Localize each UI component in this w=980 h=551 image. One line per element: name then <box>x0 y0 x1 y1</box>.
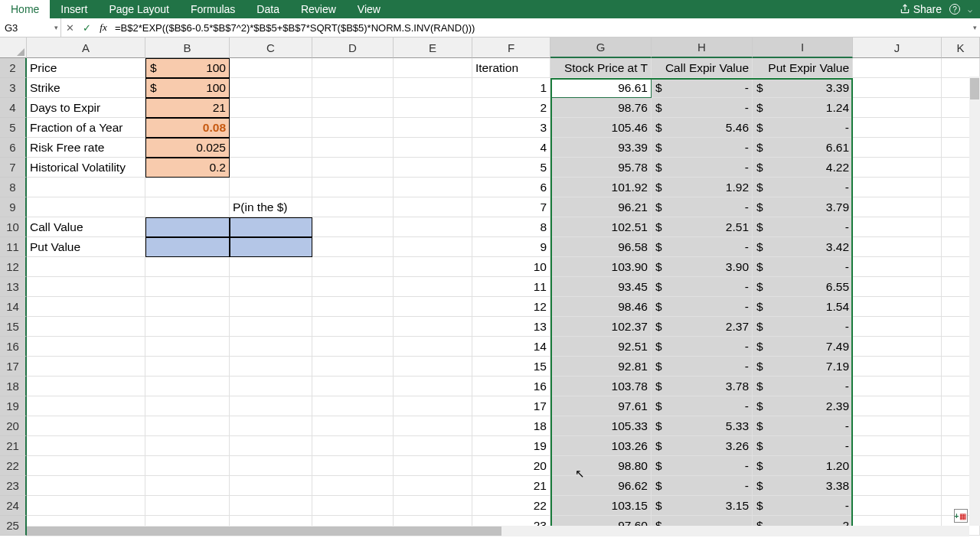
column-header-A[interactable]: A <box>27 37 145 58</box>
column-header-F[interactable]: F <box>472 37 550 58</box>
cell-A8[interactable] <box>27 178 145 197</box>
cell-J24[interactable] <box>853 496 942 516</box>
cell-A9[interactable] <box>27 197 145 217</box>
cell-B12[interactable] <box>145 257 230 277</box>
call-value-7[interactable]: $- <box>652 197 753 217</box>
call-value-21[interactable]: $- <box>652 476 753 496</box>
param-value-fraction-of-a-year[interactable]: 0.08 <box>145 118 230 138</box>
cell-A19[interactable] <box>27 396 145 416</box>
result-call-value[interactable] <box>145 217 230 237</box>
ribbon-tab-view[interactable]: View <box>347 0 391 18</box>
column-header-J[interactable]: J <box>853 37 942 58</box>
cell-C22[interactable] <box>230 456 312 476</box>
cell-E2[interactable] <box>394 58 472 78</box>
cell-C8[interactable] <box>230 178 312 197</box>
cell-J10[interactable] <box>853 217 942 237</box>
call-value-10[interactable]: $3.90 <box>652 257 753 277</box>
cell-J15[interactable] <box>853 317 942 337</box>
cell-J12[interactable] <box>853 257 942 277</box>
cell-E12[interactable] <box>394 257 472 277</box>
cell-B15[interactable] <box>145 317 230 337</box>
cell-C15[interactable] <box>230 317 312 337</box>
stock-price-2[interactable]: 98.76 <box>550 98 652 118</box>
column-header-C[interactable]: C <box>230 37 312 58</box>
ribbon-tab-review[interactable]: Review <box>290 0 347 18</box>
put-value-3[interactable]: $- <box>753 118 853 138</box>
cell-A13[interactable] <box>27 277 145 297</box>
cell-J7[interactable] <box>853 158 942 178</box>
cell-D5[interactable] <box>312 118 394 138</box>
cell-C21[interactable] <box>230 436 312 456</box>
ribbon-tab-home[interactable]: Home <box>0 0 50 18</box>
cell-E3[interactable] <box>394 78 472 98</box>
cell-C14[interactable] <box>230 297 312 317</box>
put-value-1[interactable]: $3.39 <box>753 78 853 98</box>
cell-D21[interactable] <box>312 436 394 456</box>
cell-J21[interactable] <box>853 436 942 456</box>
stock-price-15[interactable]: 92.81 <box>550 357 652 377</box>
name-box[interactable]: G3 ▾ <box>0 18 61 37</box>
put-value-4[interactable]: $6.61 <box>753 138 853 158</box>
stock-price-13[interactable]: 102.37 <box>550 317 652 337</box>
cell-D22[interactable] <box>312 456 394 476</box>
row-header-6[interactable]: 6 <box>0 138 27 158</box>
put-value-8[interactable]: $- <box>753 217 853 237</box>
cell-D3[interactable] <box>312 78 394 98</box>
share-button[interactable]: Share <box>900 3 942 15</box>
stock-price-19[interactable]: 103.26 <box>550 436 652 456</box>
row-header-13[interactable]: 13 <box>0 277 27 297</box>
call-value-14[interactable]: $- <box>652 337 753 357</box>
cell-J5[interactable] <box>853 118 942 138</box>
cell-C12[interactable] <box>230 257 312 277</box>
cell-J9[interactable] <box>853 197 942 217</box>
cell-E15[interactable] <box>394 317 472 337</box>
cell-K2[interactable] <box>942 58 980 78</box>
stock-price-3[interactable]: 105.46 <box>550 118 652 138</box>
put-value-2[interactable]: $1.24 <box>753 98 853 118</box>
cell-E23[interactable] <box>394 476 472 496</box>
row-header-17[interactable]: 17 <box>0 357 27 377</box>
stock-price-1[interactable]: 96.61 <box>550 78 652 98</box>
param-value-days-to-expir[interactable]: 21 <box>145 98 230 118</box>
column-header-G[interactable]: G <box>550 37 652 58</box>
column-header-H[interactable]: H <box>652 37 753 58</box>
stock-price-10[interactable]: 103.90 <box>550 257 652 277</box>
row-header-9[interactable]: 9 <box>0 197 27 217</box>
horizontal-scroll-thumb[interactable] <box>27 527 501 536</box>
call-value-5[interactable]: $- <box>652 158 753 178</box>
cell-C17[interactable] <box>230 357 312 377</box>
column-header-D[interactable]: D <box>312 37 394 58</box>
formula-input[interactable]: =B$2*EXP(($B$6-0.5*$B$7^2)*$B$5+$B$7*SQR… <box>112 22 969 34</box>
put-value-6[interactable]: $- <box>753 178 853 197</box>
cell-J11[interactable] <box>853 237 942 257</box>
column-header-E[interactable]: E <box>394 37 472 58</box>
param-value-strike[interactable]: $100 <box>145 78 230 98</box>
put-value-16[interactable]: $- <box>753 377 853 396</box>
cell-C18[interactable] <box>230 377 312 396</box>
cell-J3[interactable] <box>853 78 942 98</box>
ribbon-tab-formulas[interactable]: Formulas <box>180 0 246 18</box>
row-header-3[interactable]: 3 <box>0 78 27 98</box>
cell-E5[interactable] <box>394 118 472 138</box>
cell-E9[interactable] <box>394 197 472 217</box>
cell-A14[interactable] <box>27 297 145 317</box>
autofill-options-icon[interactable]: +▦ <box>954 509 968 523</box>
cell-B16[interactable] <box>145 337 230 357</box>
call-value-15[interactable]: $- <box>652 357 753 377</box>
cell-D9[interactable] <box>312 197 394 217</box>
cell-J23[interactable] <box>853 476 942 496</box>
row-header-24[interactable]: 24 <box>0 496 27 516</box>
param-value-historical-volatility[interactable]: 0.2 <box>145 158 230 178</box>
cell-C5[interactable] <box>230 118 312 138</box>
cell-E7[interactable] <box>394 158 472 178</box>
cell-E21[interactable] <box>394 436 472 456</box>
spreadsheet-grid[interactable]: ABCDEFGHIJK 2345678910111213141516171819… <box>0 37 980 540</box>
cell-C13[interactable] <box>230 277 312 297</box>
cell-D6[interactable] <box>312 138 394 158</box>
call-value-3[interactable]: $5.46 <box>652 118 753 138</box>
stock-price-17[interactable]: 97.61 <box>550 396 652 416</box>
cell-D11[interactable] <box>312 237 394 257</box>
cell-E8[interactable] <box>394 178 472 197</box>
param-value-price[interactable]: $100 <box>145 58 230 78</box>
call-value-2[interactable]: $- <box>652 98 753 118</box>
